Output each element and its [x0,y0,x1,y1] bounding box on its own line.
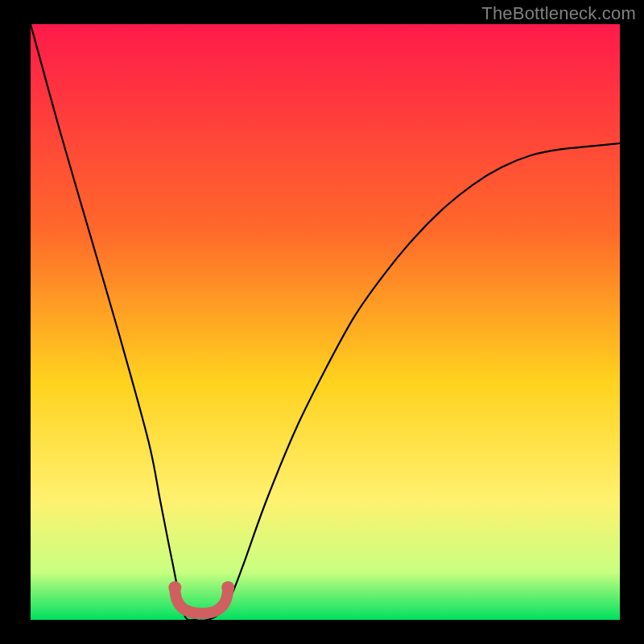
watermark-text: TheBottleneck.com [481,3,636,24]
chart-frame: TheBottleneck.com [0,0,644,644]
notch-dot-right [221,581,234,594]
notch-dot-left [168,581,181,594]
plot-svg [31,24,620,620]
bottleneck-plot [31,24,620,620]
plot-background [31,24,620,620]
